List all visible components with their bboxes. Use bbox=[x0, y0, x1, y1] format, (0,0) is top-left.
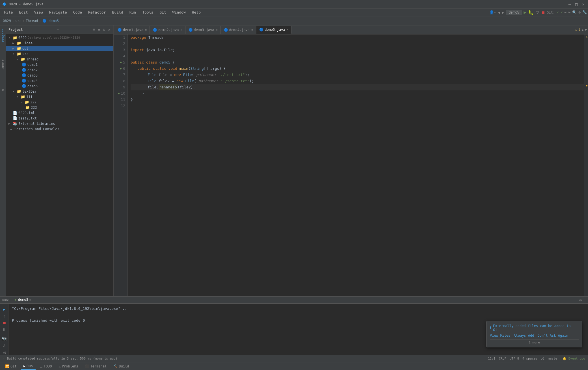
bc-src[interactable]: src bbox=[15, 19, 21, 23]
tree-item-root[interactable]: ▾ 📁 0829 D:\java code\java202304\0829 bbox=[6, 35, 113, 40]
git-redo-icon[interactable]: ↪ bbox=[568, 10, 570, 14]
run-print-btn[interactable]: 🖨 bbox=[2, 349, 7, 355]
project-dropdown[interactable]: ▾ bbox=[57, 28, 59, 31]
tree-item-out[interactable]: ▶ 📁 out bbox=[6, 46, 113, 51]
sidebar-collapse-icon[interactable]: ≡ bbox=[97, 27, 101, 32]
forward-icon[interactable]: ▶ bbox=[502, 10, 504, 15]
menu-git[interactable]: Git bbox=[157, 10, 169, 15]
menu-tools[interactable]: Tools bbox=[139, 10, 156, 15]
menu-window[interactable]: Window bbox=[170, 10, 189, 15]
tab-close-demo3[interactable]: ✕ bbox=[216, 28, 218, 31]
tab-demo2[interactable]: 🔵 demo2.java ✕ bbox=[150, 26, 185, 34]
maximize-button[interactable]: □ bbox=[574, 2, 579, 7]
menu-refactor[interactable]: Refactor bbox=[85, 10, 109, 15]
tree-item-textdir[interactable]: ▾ 📁 textDir bbox=[6, 89, 113, 94]
menu-navigate[interactable]: Navigate bbox=[46, 10, 70, 15]
bc-thread[interactable]: Thread bbox=[26, 19, 38, 23]
event-log[interactable]: 🔔 Event Log bbox=[563, 357, 585, 360]
code-editor[interactable]: package Thread; import java.io.File; pub… bbox=[128, 34, 584, 296]
run-button[interactable]: ▶ bbox=[524, 10, 526, 15]
bottom-tab-run2[interactable]: ▶ Run bbox=[21, 363, 36, 370]
git-branch[interactable]: master bbox=[548, 357, 559, 360]
tab-demo1[interactable]: 🔵 demo1.java ✕ bbox=[115, 26, 150, 34]
git-tick-icon[interactable]: ✓ bbox=[561, 10, 563, 14]
bottom-tab-problems[interactable]: ⚠ Problems bbox=[56, 363, 81, 369]
tree-item-333[interactable]: 📁 333 bbox=[6, 105, 113, 110]
notif-view-files[interactable]: View Files bbox=[490, 334, 510, 338]
menu-run[interactable]: Run bbox=[127, 10, 139, 15]
profile-icon[interactable]: 👤▾ bbox=[489, 10, 496, 14]
tree-item-ext-libs[interactable]: ▶ 📚 External Libraries bbox=[6, 121, 113, 126]
run-arrow-6[interactable]: ▶ bbox=[120, 66, 122, 72]
close-button[interactable]: ✕ bbox=[581, 2, 586, 7]
sidebar-locate-icon[interactable]: ⊕ bbox=[92, 27, 96, 32]
tree-item-scratches[interactable]: ✏️ Scratches and Consoles bbox=[6, 126, 113, 132]
bottom-tab-todo[interactable]: ☰ TODO bbox=[37, 363, 55, 369]
scroll-up-icon[interactable]: ▲ bbox=[582, 28, 584, 32]
run-rerun-btn[interactable]: ↕ bbox=[2, 313, 6, 319]
indent[interactable]: 4 spaces bbox=[522, 357, 537, 360]
notif-always-add[interactable]: Always Add bbox=[514, 334, 534, 338]
bottom-tab-build[interactable]: 🔨 Build bbox=[111, 363, 132, 369]
encoding[interactable]: UTF-8 bbox=[510, 357, 519, 360]
commit-icon[interactable]: Commit bbox=[1, 57, 5, 73]
bc-root[interactable]: 0829 bbox=[3, 19, 11, 23]
back-icon[interactable]: ◀ bbox=[498, 10, 500, 15]
cursor-position[interactable]: 12:1 bbox=[488, 357, 496, 360]
notif-dont-ask[interactable]: Don't Ask Again bbox=[538, 334, 568, 338]
menu-help[interactable]: Help bbox=[189, 10, 204, 15]
tree-item-demo1[interactable]: 🔵 demo1 bbox=[6, 62, 113, 67]
bottom-tab-run[interactable]: ▶ demo5 ✕ bbox=[12, 297, 34, 303]
bookmark-10[interactable]: ◆ bbox=[118, 90, 120, 97]
bottom-tab-git[interactable]: 🔀 Git bbox=[2, 363, 20, 369]
menu-view[interactable]: View bbox=[31, 10, 46, 15]
tree-item-demo4[interactable]: 🔵 demo4 bbox=[6, 78, 113, 83]
git-undo-icon[interactable]: ↩ bbox=[565, 10, 567, 14]
tree-item-222[interactable]: ▾ 📁 222 bbox=[6, 99, 113, 105]
run-stop-btn[interactable]: ⏹ bbox=[2, 320, 7, 326]
run-suspend-btn[interactable]: ⏸ bbox=[2, 327, 7, 332]
tab-demo4[interactable]: 🔵 demo4.java ✕ bbox=[221, 26, 256, 34]
toolbox-icon[interactable]: 🔧 bbox=[582, 10, 587, 14]
menu-code[interactable]: Code bbox=[70, 10, 85, 15]
debug-button[interactable]: 🐛 bbox=[528, 10, 534, 15]
bc-demo5[interactable]: 🔵 demo5 bbox=[42, 19, 59, 23]
tab-close-demo2[interactable]: ✕ bbox=[181, 28, 182, 31]
git-check-icon[interactable]: ✓ bbox=[557, 10, 559, 14]
search-icon[interactable]: 🔍 bbox=[572, 10, 577, 14]
line-ending[interactable]: CRLF bbox=[499, 357, 506, 360]
tree-item-demo2[interactable]: 🔵 demo2 bbox=[6, 67, 113, 73]
tab-demo3[interactable]: 🔵 demo3.java ✕ bbox=[186, 26, 221, 34]
run-wrap-btn[interactable]: ↲ bbox=[2, 343, 6, 348]
run-screenshot-btn[interactable]: 📷 bbox=[1, 336, 7, 341]
menu-file[interactable]: File bbox=[1, 10, 16, 15]
bottom-settings-icon[interactable]: ⚙ bbox=[579, 298, 581, 302]
sidebar-hide-icon[interactable]: ✕ bbox=[107, 27, 111, 32]
coverage-button[interactable]: 🛡 bbox=[535, 10, 539, 15]
tree-item-thread[interactable]: ▾ 📁 Thread bbox=[6, 56, 113, 62]
tree-item-idea[interactable]: ▶ 📁 .idea bbox=[6, 40, 113, 46]
run-arrow-5[interactable]: ▶ bbox=[120, 59, 122, 66]
menu-build[interactable]: Build bbox=[109, 10, 126, 15]
run-tab-close[interactable]: ✕ bbox=[29, 298, 31, 301]
bottom-tab-terminal[interactable]: ⬛ Terminal bbox=[82, 363, 110, 369]
tree-item-txt[interactable]: 📄 test2.txt bbox=[6, 116, 113, 121]
tab-demo5[interactable]: 🔵 demo5.java ✕ bbox=[256, 26, 291, 34]
tree-item-iml[interactable]: 📄 0829.iml bbox=[6, 110, 113, 116]
tab-close-demo5[interactable]: ✕ bbox=[287, 28, 288, 31]
settings-icon[interactable]: ⚙ bbox=[578, 10, 581, 14]
minimize-button[interactable]: ─ bbox=[567, 2, 572, 7]
run-play-btn[interactable]: ▶ bbox=[2, 306, 6, 312]
project-icon[interactable]: Project bbox=[1, 27, 5, 44]
tree-item-111[interactable]: ▾ 📁 111 bbox=[6, 94, 113, 99]
tree-item-demo3[interactable]: 🔵 demo3 bbox=[6, 73, 113, 78]
tree-item-demo5[interactable]: 🔵 demo5 bbox=[6, 83, 113, 89]
scroll-down-icon[interactable]: ▼ bbox=[585, 28, 587, 32]
stop-button[interactable]: ⏹ bbox=[541, 10, 545, 15]
menu-edit[interactable]: Edit bbox=[16, 10, 31, 15]
tree-item-src[interactable]: ▾ 📁 src bbox=[6, 51, 113, 56]
tab-close-demo1[interactable]: ✕ bbox=[145, 28, 147, 31]
run-config-button[interactable]: demo5 bbox=[506, 10, 522, 15]
notif-more[interactable]: 1 more bbox=[490, 339, 579, 344]
vcs-icon[interactable]: ⚙ bbox=[1, 86, 5, 94]
